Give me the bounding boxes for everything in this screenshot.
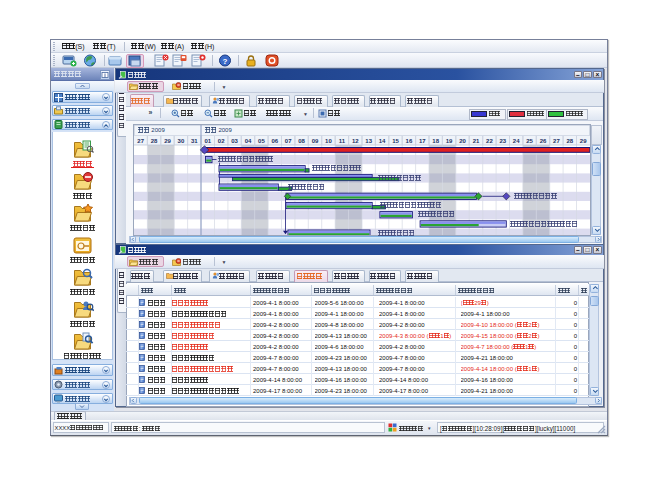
svg-text:07: 07 bbox=[285, 137, 292, 143]
svg-text:15: 15 bbox=[392, 137, 399, 143]
svg-text:05: 05 bbox=[258, 137, 265, 143]
svg-text:09: 09 bbox=[312, 137, 319, 143]
svg-text:17: 17 bbox=[419, 137, 426, 143]
svg-text:28: 28 bbox=[566, 137, 573, 143]
svg-text:19: 19 bbox=[446, 137, 453, 143]
svg-text:14: 14 bbox=[379, 137, 386, 143]
svg-text:16: 16 bbox=[406, 137, 413, 143]
svg-text:27: 27 bbox=[553, 137, 560, 143]
svg-text:11: 11 bbox=[339, 137, 346, 143]
svg-text:26: 26 bbox=[540, 137, 547, 143]
svg-text:01: 01 bbox=[204, 137, 211, 143]
svg-text:25: 25 bbox=[526, 137, 533, 143]
svg-text:10: 10 bbox=[325, 137, 332, 143]
svg-text:18: 18 bbox=[432, 137, 439, 143]
svg-text:29: 29 bbox=[164, 137, 171, 143]
svg-text:?: ? bbox=[222, 57, 227, 66]
svg-text:23: 23 bbox=[499, 137, 506, 143]
svg-text:27: 27 bbox=[137, 137, 144, 143]
svg-text:04: 04 bbox=[245, 137, 252, 143]
svg-text:21: 21 bbox=[473, 137, 480, 143]
svg-text:02: 02 bbox=[218, 137, 225, 143]
svg-text:22: 22 bbox=[486, 137, 493, 143]
svg-text:24: 24 bbox=[513, 137, 520, 143]
svg-text:29: 29 bbox=[580, 137, 587, 143]
svg-text:13: 13 bbox=[365, 137, 372, 143]
svg-text:12: 12 bbox=[352, 137, 359, 143]
svg-text:03: 03 bbox=[231, 137, 238, 143]
svg-text:08: 08 bbox=[298, 137, 305, 143]
svg-text:06: 06 bbox=[271, 137, 278, 143]
svg-text:30: 30 bbox=[178, 137, 185, 143]
svg-text:28: 28 bbox=[151, 137, 158, 143]
svg-text:31: 31 bbox=[191, 137, 198, 143]
svg-text:20: 20 bbox=[459, 137, 466, 143]
